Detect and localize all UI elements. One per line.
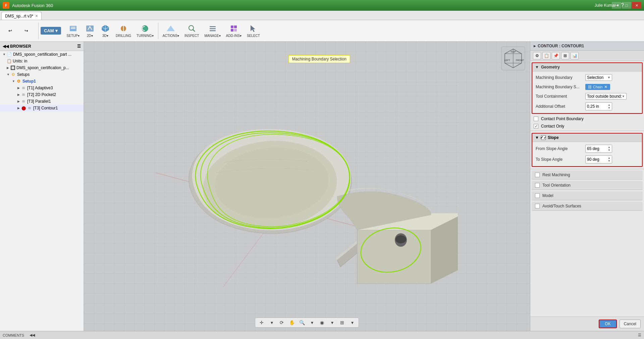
collapse-arrow[interactable]: ◀◀ <box>3 44 9 49</box>
panel-table-btn[interactable]: ⊞ <box>561 52 569 59</box>
tool-containment-select[interactable]: Tool outside bound: ▼ <box>585 93 627 100</box>
chain-close-button[interactable]: ✕ <box>604 85 607 89</box>
tree-item-parallel[interactable]: ▶ ≋ [T3] Parallel1 <box>0 98 84 105</box>
tree-item-setup1-label: Setup1 <box>22 79 36 84</box>
tool-orientation-header[interactable]: Tool Orientation <box>532 181 643 190</box>
rest-machining-checkbox[interactable] <box>535 173 540 177</box>
orbit-button[interactable]: ⟳ <box>277 319 286 326</box>
3d-icon <box>101 24 110 33</box>
tree-item-root[interactable]: ▼ 📄 DMS_spoon_certification_part ... <box>0 51 84 58</box>
right-panel: ▸ CONTOUR : CONTOUR1 ⚙ 📋 📌 ⊞ 📊 ▼ Geometr… <box>530 42 644 331</box>
from-slope-spinner[interactable]: ▲ ▼ <box>608 146 610 152</box>
offset-spinner[interactable]: ▲ ▼ <box>608 103 610 109</box>
display-button[interactable]: ◉ <box>318 319 326 326</box>
file-tab[interactable]: DMS_sp...rt v3* ✕ <box>1 12 42 20</box>
slope-enable-checkbox[interactable]: ✓ <box>541 135 546 140</box>
cancel-button[interactable]: Cancel <box>620 320 641 328</box>
to-slope-up[interactable]: ▲ <box>608 156 610 159</box>
contact-point-boundary-checkbox[interactable] <box>534 116 538 121</box>
redo-button[interactable]: ↪ <box>19 25 34 37</box>
viewport[interactable]: Machining Boundary Selection <box>84 42 530 331</box>
setup-button[interactable]: SETUP▾ <box>64 22 82 39</box>
tab-close-icon[interactable]: ✕ <box>35 14 38 18</box>
model-header[interactable]: Model <box>532 191 643 200</box>
adaptive-icon: ≋ <box>21 86 26 90</box>
vp-dropdown4[interactable]: ▾ <box>348 319 357 326</box>
inspect-button[interactable]: INSPECT <box>182 22 201 39</box>
statusbar-expand-icon[interactable]: ◀◀ <box>30 333 35 337</box>
browser-menu-icon[interactable]: ☰ <box>77 44 81 49</box>
avoid-touch-checkbox[interactable] <box>535 204 540 208</box>
select-button[interactable]: SELECT <box>245 22 262 39</box>
panel-copy-btn[interactable]: 📋 <box>542 52 550 59</box>
grid-button[interactable]: ⊞ <box>338 319 346 326</box>
spinner-down[interactable]: ▼ <box>608 106 610 109</box>
rest-machining-header[interactable]: Rest Machining <box>532 171 643 179</box>
panel-chart-btn[interactable]: 📊 <box>571 52 579 59</box>
chain-tag[interactable]: ⛓ Chain ✕ <box>585 84 610 90</box>
to-slope-input[interactable]: 90 deg ▲ ▼ <box>585 155 612 163</box>
turning-button[interactable]: TURNING▾ <box>134 22 156 39</box>
machining-boundary-arrow: ▼ <box>607 76 610 79</box>
vp-dropdown1[interactable]: ▾ <box>267 319 276 326</box>
to-slope-down[interactable]: ▼ <box>608 159 610 162</box>
tree-item-parallel-label: [T3] Parallel1 <box>27 99 51 104</box>
manage-button[interactable]: MANAGE▾ <box>202 22 223 39</box>
tool-orientation-checkbox[interactable] <box>535 183 540 188</box>
undo-icon: ↩ <box>5 26 15 36</box>
close-button[interactable]: ✕ <box>632 2 641 9</box>
actions-button[interactable]: ACTIONS▾ <box>160 22 181 39</box>
user-name: Julie Kumar ▾ <box>594 3 619 8</box>
3d-button[interactable]: 3D▾ <box>98 22 113 39</box>
svg-rect-18 <box>234 29 237 32</box>
panel-paste-btn[interactable]: 📌 <box>552 52 560 59</box>
to-slope-spinner[interactable]: ▲ ▼ <box>608 156 610 162</box>
cam-button[interactable]: CAM ▾ <box>41 27 61 35</box>
addins-button[interactable]: ADD-INS▾ <box>224 22 244 39</box>
units-icon: 📋 <box>7 59 11 63</box>
undo-button[interactable]: ↩ <box>3 25 17 37</box>
tree-item-contour[interactable]: ▶ ⬤ ≋ [T3] Contour1 <box>0 105 84 111</box>
spinner-up[interactable]: ▲ <box>608 103 610 106</box>
avoid-touch-header[interactable]: Avoid/Touch Surfaces <box>532 202 643 210</box>
ok-button[interactable]: OK <box>599 320 616 328</box>
geometry-section: ▼ Geometry Machining Boundary Selection … <box>532 62 643 114</box>
zoom-button[interactable]: 🔍 <box>298 319 306 326</box>
from-slope-up[interactable]: ▲ <box>608 146 610 149</box>
tree-item-units[interactable]: 📋 Units: in <box>0 58 84 64</box>
help-icon[interactable]: ? <box>621 2 624 8</box>
from-slope-input[interactable]: 65 deg ▲ ▼ <box>585 145 612 153</box>
additional-offset-input[interactable]: 0.25 in ▲ ▼ <box>585 102 612 110</box>
slope-section-header[interactable]: ▼ ✓ Slope <box>532 134 642 142</box>
machining-boundary-value: Selection <box>587 75 603 80</box>
panel-settings-btn[interactable]: ⚙ <box>533 52 541 59</box>
tree-item-setup1[interactable]: ▼ ⚙ Setup1 <box>0 78 84 85</box>
drilling-button[interactable]: DRILLING <box>113 22 133 39</box>
tree-item-setups[interactable]: ▼ ⚙ Setups <box>0 71 84 78</box>
move-button[interactable]: ✛ <box>257 319 266 326</box>
from-slope-down[interactable]: ▼ <box>608 149 610 152</box>
tree-item-pocket[interactable]: ▶ ≋ [T2] 2D Pocket2 <box>0 91 84 98</box>
machining-boundary-select[interactable]: Selection ▼ <box>585 74 612 81</box>
tree-item-part[interactable]: ▶ 🔲 DMS_spoon_certification_p... <box>0 64 84 71</box>
tree-item-adaptive[interactable]: ▶ ≋ [T1] Adaptive3 <box>0 85 84 91</box>
geometry-title: Geometry <box>541 65 560 69</box>
contact-only-checkbox[interactable] <box>534 124 538 129</box>
vp-dropdown2[interactable]: ▾ <box>308 319 316 326</box>
nav-cube[interactable]: TOP LEFT FRONT <box>500 45 527 72</box>
expand-arrow-setup1: ▼ <box>12 80 15 83</box>
panel-collapse-icon[interactable]: ▸ <box>534 44 536 48</box>
pocket-icon: ≋ <box>21 92 26 97</box>
pan-button[interactable]: ✋ <box>287 319 296 326</box>
geometry-section-header[interactable]: ▼ Geometry <box>532 63 642 71</box>
2d-icon <box>85 24 95 33</box>
svg-rect-13 <box>210 28 216 29</box>
model-checkbox[interactable] <box>535 193 540 198</box>
svg-marker-9 <box>167 26 175 31</box>
divider-1 <box>530 131 644 131</box>
2d-button[interactable]: 2D▾ <box>83 22 97 39</box>
spoon-viewport-svg <box>156 86 458 287</box>
titlebar: F Autodesk Fusion 360 Julie Kumar ▾ ? ─ … <box>0 0 644 11</box>
vp-dropdown3[interactable]: ▾ <box>328 319 336 326</box>
svg-line-11 <box>193 30 195 32</box>
